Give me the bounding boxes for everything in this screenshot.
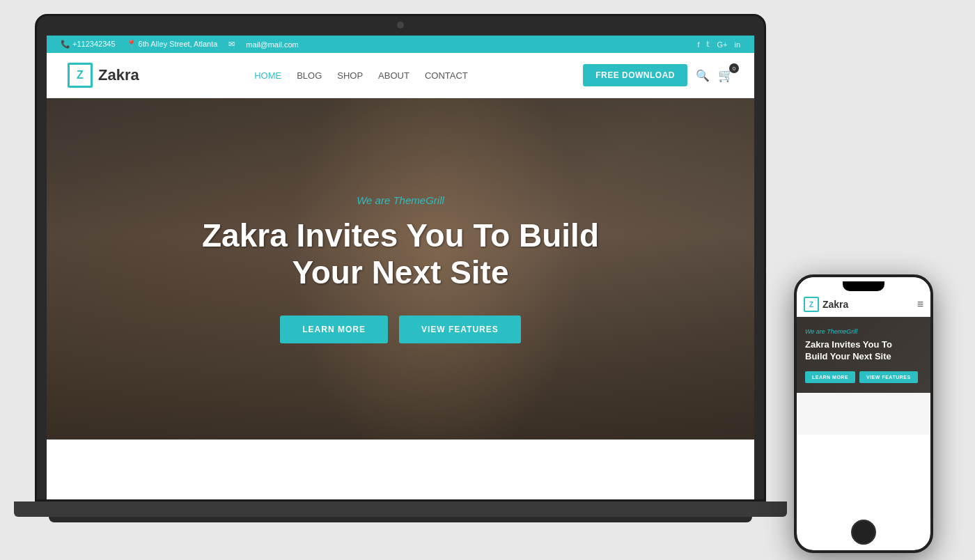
logo-letter: Z <box>77 69 84 81</box>
site-logo: Z Zakra <box>68 63 139 88</box>
twitter-icon[interactable]: 𝕥 <box>706 40 710 49</box>
phone-view-features-button[interactable]: VIEW FEATURES <box>859 371 918 383</box>
hero-subtitle: We are ThemeGrill <box>202 194 599 206</box>
hero-title-line2: Your Next Site <box>202 254 599 291</box>
phone-learn-more-button[interactable]: LEARN MORE <box>805 371 855 383</box>
google-plus-icon[interactable]: G+ <box>717 40 727 49</box>
nav-shop[interactable]: SHOP <box>337 70 363 81</box>
phone-info: 📞 +112342345 <box>61 40 116 49</box>
cart-badge: 0 <box>729 63 739 73</box>
topbar-left: 📞 +112342345 📍 6th Alley Street, Atlanta… <box>61 40 299 49</box>
site-nav: HOME BLOG SHOP ABOUT CONTACT <box>254 70 468 81</box>
search-icon[interactable]: 🔍 <box>696 69 710 82</box>
site-hero: We are ThemeGrill Zakra Invites You To B… <box>47 98 754 440</box>
topbar-right: f 𝕥 G+ in <box>697 40 740 49</box>
address-info: 📍 6th Alley Street, Atlanta <box>127 40 218 49</box>
site-topbar: 📞 +112342345 📍 6th Alley Street, Atlanta… <box>47 36 754 53</box>
view-features-button[interactable]: VIEW FEATURES <box>399 316 521 343</box>
scene: 📞 +112342345 📍 6th Alley Street, Atlanta… <box>0 0 975 560</box>
laptop-camera <box>397 22 404 29</box>
laptop-screen: 📞 +112342345 📍 6th Alley Street, Atlanta… <box>47 36 754 499</box>
phone-hero-subtitle: We are ThemeGrill <box>805 328 922 335</box>
phone-notch <box>843 281 884 291</box>
email-icon: ✉ <box>228 40 235 49</box>
laptop-body: 📞 +112342345 📍 6th Alley Street, Atlanta… <box>35 14 766 501</box>
logo-icon: Z <box>68 63 93 88</box>
logo-name: Zakra <box>98 66 139 84</box>
topbar-phone: +112342345 <box>72 40 115 48</box>
phone-logo-icon: Z <box>804 297 819 312</box>
hero-title-line1: Zakra Invites You To Build <box>202 217 599 254</box>
phone-home-button[interactable] <box>851 520 876 545</box>
phone-hero-buttons: LEARN MORE VIEW FEATURES <box>805 371 922 383</box>
free-download-button[interactable]: FREE DOWNLOAD <box>583 64 687 86</box>
phone-logo-letter: Z <box>809 301 813 309</box>
phone-hero-title-line2: Build Your Next Site <box>805 351 922 363</box>
learn-more-button[interactable]: LEARN MORE <box>280 316 388 343</box>
nav-about[interactable]: ABOUT <box>378 70 410 81</box>
laptop-foot <box>49 517 752 522</box>
phone-hero: We are ThemeGrill Zakra Invites You To B… <box>797 317 930 393</box>
nav-actions: FREE DOWNLOAD 🔍 🛒 0 <box>583 64 733 86</box>
laptop-base <box>14 501 787 517</box>
hamburger-icon[interactable]: ≡ <box>917 298 923 311</box>
laptop-device: 📞 +112342345 📍 6th Alley Street, Atlanta… <box>35 14 766 543</box>
phone-hero-title: Zakra Invites You To Build Your Next Sit… <box>805 339 922 363</box>
topbar-email: mail@mail.com <box>246 40 298 49</box>
linkedin-icon[interactable]: in <box>734 40 740 49</box>
nav-contact[interactable]: CONTACT <box>425 70 468 81</box>
hero-content: We are ThemeGrill Zakra Invites You To B… <box>202 194 599 344</box>
hero-title: Zakra Invites You To Build Your Next Sit… <box>202 217 599 291</box>
topbar-address: 6th Alley Street, Atlanta <box>139 40 218 48</box>
facebook-icon[interactable]: f <box>697 40 699 49</box>
phone-device: Z Zakra ≡ We are ThemeGrill Zakra Invite… <box>794 274 933 553</box>
phone-screen: Z Zakra ≡ We are ThemeGrill Zakra Invite… <box>797 277 930 550</box>
pin-icon: 📍 <box>127 40 139 48</box>
phone-hero-title-line1: Zakra Invites You To <box>805 339 922 351</box>
phone-logo-name: Zakra <box>822 299 848 310</box>
phone-icon: 📞 <box>61 40 72 48</box>
site-header: Z Zakra HOME BLOG SHOP ABOUT CONTACT FRE… <box>47 53 754 98</box>
phone-footer-area <box>797 393 930 435</box>
cart-icon[interactable]: 🛒 0 <box>718 68 733 83</box>
nav-home[interactable]: HOME <box>254 70 281 81</box>
phone-logo: Z Zakra <box>804 297 848 312</box>
hero-buttons: LEARN MORE VIEW FEATURES <box>202 316 599 343</box>
nav-blog[interactable]: BLOG <box>297 70 322 81</box>
